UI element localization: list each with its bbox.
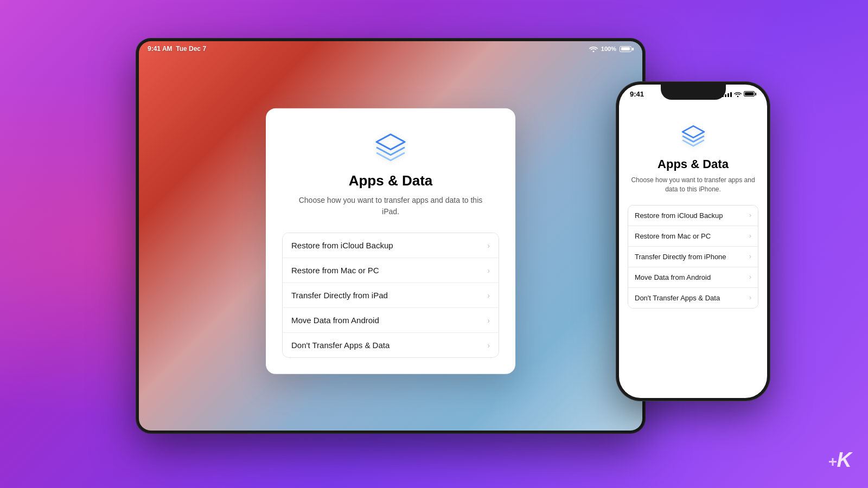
ipad-battery-icon [620,46,634,52]
iphone-inner: 9:41 [619,85,767,398]
ipad-layers-icon [282,130,499,164]
ipad-statusbar-right: 100% [589,46,634,52]
ipad-statusbar: 9:41 AM Tue Dec 7 100% [139,41,642,56]
ipad-device: 9:41 AM Tue Dec 7 100% [136,38,646,434]
ipad-menu-chevron-icloud: › [487,241,490,249]
ipad-modal: Apps & Data Choose how you want to trans… [266,108,515,374]
iphone-content: Apps & Data Choose how you want to trans… [619,112,767,398]
iphone-device: 9:41 [616,81,770,401]
knowtechie-logo: ++KK [828,448,852,472]
iphone-menu-label-skip: Don't Transfer Apps & Data [635,294,720,302]
iphone-menu-label-mac: Restore from Mac or PC [635,232,711,240]
ipad-menu-item-icloud[interactable]: Restore from iCloud Backup › [283,233,499,258]
ipad-menu-label-android: Move Data from Android [291,316,379,325]
ipad-menu-label-icloud: Restore from iCloud Backup [291,241,393,250]
ipad-menu-item-transfer[interactable]: Transfer Directly from iPad › [283,283,499,308]
iphone-menu-label-icloud: Restore from iCloud Backup [635,211,723,220]
wifi-icon [589,46,598,52]
ipad-menu-label-transfer: Transfer Directly from iPad [291,291,388,300]
ipad-menu-chevron-android: › [487,316,490,324]
iphone-menu-item-transfer[interactable]: Transfer Directly from iPhone › [628,247,758,267]
iphone-time: 9:41 [630,90,644,98]
ipad-modal-title: Apps & Data [282,172,499,189]
ipad-menu-item-android[interactable]: Move Data from Android › [283,308,499,333]
iphone-menu-chevron-mac: › [749,232,751,240]
ipad-menu-chevron-transfer: › [487,291,490,299]
ipad-menu-item-mac[interactable]: Restore from Mac or PC › [283,258,499,283]
iphone-layers-icon [679,123,707,151]
ipad-menu-label-mac: Restore from Mac or PC [291,266,379,275]
iphone-menu-item-android[interactable]: Move Data from Android › [628,267,758,288]
iphone-wifi-icon [734,91,742,97]
iphone-modal-subtitle: Choose how you want to transfer apps and… [628,176,758,194]
iphone-menu-chevron-transfer: › [749,253,751,260]
ipad-menu-chevron-skip: › [487,341,490,349]
iphone-menu-item-icloud[interactable]: Restore from iCloud Backup › [628,206,758,226]
iphone-menu-chevron-android: › [749,273,751,281]
iphone-modal-title: Apps & Data [658,157,729,171]
ipad-menu-list: Restore from iCloud Backup › Restore fro… [282,233,499,358]
iphone-menu-item-mac[interactable]: Restore from Mac or PC › [628,226,758,247]
ipad-screen: 9:41 AM Tue Dec 7 100% [139,41,642,431]
ipad-time: 9:41 AM Tue Dec 7 [148,45,206,53]
ipad-battery-text: 100% [601,46,616,52]
iphone-menu-chevron-skip: › [749,294,751,301]
iphone-battery-icon [744,91,756,97]
scene: 9:41 AM Tue Dec 7 100% [108,22,760,466]
iphone-menu-label-transfer: Transfer Directly from iPhone [635,253,726,261]
ipad-inner: 9:41 AM Tue Dec 7 100% [139,41,642,431]
iphone-menu-chevron-icloud: › [749,211,751,219]
ipad-menu-chevron-mac: › [487,266,490,274]
ipad-menu-label-skip: Don't Transfer Apps & Data [291,341,390,350]
iphone-notch [661,85,726,100]
iphone-menu-item-skip[interactable]: Don't Transfer Apps & Data › [628,288,758,308]
iphone-menu-list: Restore from iCloud Backup › Restore fro… [628,205,758,309]
ipad-modal-subtitle: Choose how you want to transfer apps and… [282,195,499,217]
iphone-statusbar-right [722,91,756,97]
ipad-menu-item-skip[interactable]: Don't Transfer Apps & Data › [283,333,499,357]
iphone-menu-label-android: Move Data from Android [635,273,711,281]
